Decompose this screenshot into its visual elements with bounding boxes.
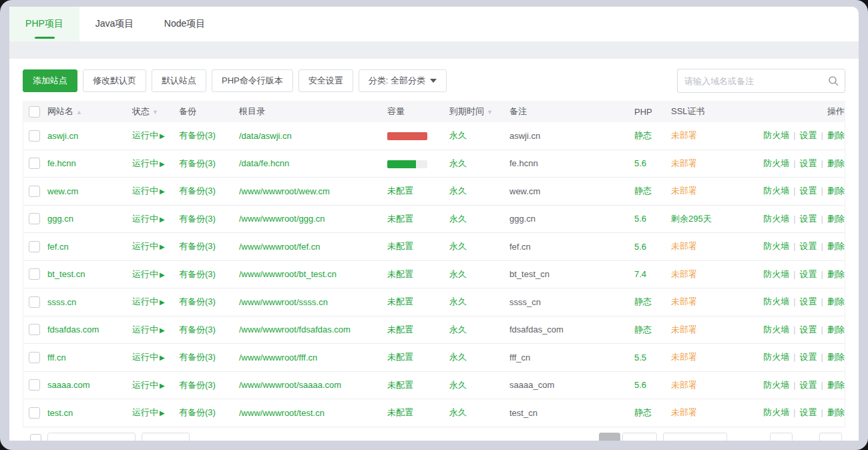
- root-dir-link[interactable]: /www/wwwroot/test.cn: [239, 408, 324, 418]
- ssl-status-link[interactable]: 未部署: [671, 324, 697, 334]
- tab-php-projects[interactable]: PHP项目: [9, 7, 79, 41]
- pagination-page-size-select[interactable]: [663, 433, 727, 441]
- capacity-value[interactable]: [387, 158, 427, 168]
- action-settings[interactable]: 设置: [800, 269, 817, 279]
- action-settings[interactable]: 设置: [800, 352, 817, 362]
- backup-link[interactable]: 有备份(3): [179, 269, 216, 279]
- php-version-link[interactable]: 7.4: [634, 269, 646, 279]
- pagination-active-page[interactable]: [599, 433, 620, 441]
- column-header-expire[interactable]: 到期时间▼: [449, 105, 509, 118]
- capacity-value[interactable]: 未配置: [387, 324, 413, 334]
- action-delete[interactable]: 删除: [827, 214, 845, 224]
- site-name-link[interactable]: fdsafdas.com: [47, 324, 99, 334]
- pagination-go-button[interactable]: [819, 433, 842, 441]
- action-firewall[interactable]: 防火墙: [763, 269, 789, 279]
- root-dir-link[interactable]: /www/wwwroot/ggg.cn: [239, 214, 325, 224]
- expire-link[interactable]: 永久: [449, 380, 467, 390]
- remark-value[interactable]: wew.cm: [509, 186, 540, 196]
- action-firewall[interactable]: 防火墙: [763, 158, 789, 168]
- capacity-value[interactable]: 未配置: [387, 241, 413, 251]
- php-version-link[interactable]: 静态: [634, 324, 652, 334]
- bulk-action-dropdown[interactable]: [47, 433, 136, 441]
- expire-link[interactable]: 永久: [449, 186, 467, 196]
- backup-link[interactable]: 有备份(3): [179, 158, 216, 168]
- status-running-toggle[interactable]: 运行中▶: [132, 324, 165, 334]
- action-settings[interactable]: 设置: [800, 214, 817, 224]
- capacity-value[interactable]: 未配置: [387, 380, 413, 390]
- action-settings[interactable]: 设置: [800, 407, 817, 417]
- expire-link[interactable]: 永久: [449, 269, 467, 279]
- security-settings-button[interactable]: 安全设置: [298, 69, 353, 92]
- site-name-link[interactable]: ssss.cn: [47, 297, 76, 307]
- status-running-toggle[interactable]: 运行中▶: [132, 380, 165, 390]
- capacity-value[interactable]: 未配置: [387, 269, 413, 279]
- default-site-button[interactable]: 默认站点: [152, 69, 206, 92]
- row-checkbox[interactable]: [29, 324, 40, 335]
- action-settings[interactable]: 设置: [800, 324, 817, 334]
- action-settings[interactable]: 设置: [800, 296, 817, 306]
- action-firewall[interactable]: 防火墙: [763, 296, 789, 306]
- remark-value[interactable]: bt_test_cn: [509, 269, 550, 279]
- action-settings[interactable]: 设置: [800, 158, 817, 168]
- php-version-link[interactable]: 5.6: [634, 242, 646, 252]
- action-settings[interactable]: 设置: [800, 130, 817, 140]
- action-firewall[interactable]: 防火墙: [763, 186, 789, 196]
- remark-value[interactable]: fe.hcnn: [509, 158, 538, 168]
- action-firewall[interactable]: 防火墙: [763, 407, 789, 417]
- ssl-status-link[interactable]: 未部署: [671, 352, 697, 362]
- row-checkbox[interactable]: [29, 296, 40, 308]
- backup-link[interactable]: 有备份(3): [179, 214, 216, 224]
- row-checkbox[interactable]: [29, 241, 40, 252]
- bulk-apply-button[interactable]: [142, 433, 190, 441]
- site-name-link[interactable]: aswji.cn: [47, 131, 78, 141]
- action-delete[interactable]: 删除: [827, 324, 845, 334]
- ssl-status-link[interactable]: 未部署: [671, 407, 697, 417]
- php-version-link[interactable]: 静态: [634, 407, 652, 417]
- status-running-toggle[interactable]: 运行中▶: [132, 296, 165, 306]
- tab-node-projects[interactable]: Node项目: [150, 7, 220, 41]
- action-settings[interactable]: 设置: [800, 380, 817, 390]
- php-version-link[interactable]: 5.6: [634, 158, 646, 168]
- action-delete[interactable]: 删除: [827, 296, 845, 306]
- php-version-link[interactable]: 5.6: [634, 214, 646, 224]
- ssl-status-link[interactable]: 未部署: [671, 186, 697, 196]
- expire-link[interactable]: 永久: [449, 352, 467, 362]
- site-name-link[interactable]: bt_test.cn: [47, 269, 85, 279]
- root-dir-link[interactable]: /www/wwwroot/fff.cn: [239, 353, 317, 363]
- remark-value[interactable]: fef.cn: [509, 242, 531, 252]
- action-delete[interactable]: 删除: [827, 158, 845, 168]
- row-checkbox[interactable]: [29, 379, 40, 391]
- remark-value[interactable]: ggg.cn: [509, 214, 535, 224]
- row-checkbox[interactable]: [29, 352, 40, 363]
- site-name-link[interactable]: fff.cn: [47, 353, 66, 363]
- php-cli-version-button[interactable]: PHP命令行版本: [212, 69, 293, 92]
- modify-default-page-button[interactable]: 修改默认页: [83, 69, 146, 92]
- site-name-link[interactable]: saaaa.com: [47, 380, 90, 390]
- expire-link[interactable]: 永久: [449, 324, 467, 334]
- status-running-toggle[interactable]: 运行中▶: [132, 407, 165, 417]
- ssl-status-link[interactable]: 未部署: [671, 380, 697, 390]
- expire-link[interactable]: 永久: [449, 296, 467, 306]
- ssl-status-link[interactable]: 未部署: [671, 158, 697, 168]
- remark-value[interactable]: ssss_cn: [509, 297, 541, 307]
- root-dir-link[interactable]: /www/wwwroot/ssss.cn: [239, 297, 328, 307]
- ssl-status-link[interactable]: 未部署: [671, 130, 697, 140]
- ssl-status-link[interactable]: 剩余295天: [671, 214, 712, 224]
- php-version-link[interactable]: 静态: [634, 296, 652, 306]
- site-name-link[interactable]: test.cn: [47, 408, 73, 418]
- remark-value[interactable]: aswji.cn: [509, 131, 540, 141]
- action-firewall[interactable]: 防火墙: [763, 241, 789, 251]
- site-name-link[interactable]: ggg.cn: [47, 214, 73, 224]
- expire-link[interactable]: 永久: [449, 407, 467, 417]
- status-running-toggle[interactable]: 运行中▶: [132, 214, 165, 224]
- action-delete[interactable]: 删除: [827, 186, 845, 196]
- action-delete[interactable]: 删除: [827, 352, 845, 362]
- capacity-value[interactable]: 未配置: [387, 214, 413, 224]
- action-delete[interactable]: 删除: [827, 269, 845, 279]
- remark-value[interactable]: fdsafdas_com: [509, 324, 564, 334]
- action-settings[interactable]: 设置: [800, 241, 817, 251]
- row-checkbox[interactable]: [29, 186, 40, 197]
- root-dir-link[interactable]: /www/wwwroot/fdsafdas.com: [239, 324, 351, 334]
- root-dir-link[interactable]: /data/aswji.cn: [239, 131, 292, 141]
- action-delete[interactable]: 删除: [827, 380, 845, 390]
